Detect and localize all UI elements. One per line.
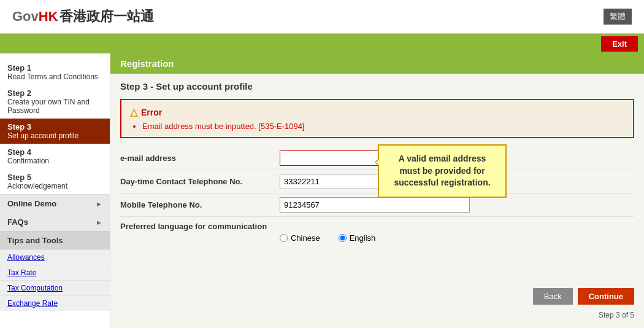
language-label: Preferred language for communication: [120, 222, 280, 231]
error-title-text: Error: [141, 107, 162, 117]
error-box: △ Error Email address must be inputted. …: [120, 99, 634, 138]
sidebar-step2-desc: Create your own TIN and Password: [7, 98, 102, 115]
language-row: Preferred language for communication Chi…: [120, 217, 634, 248]
lang-button[interactable]: 繁體: [604, 9, 632, 25]
content-area: Registration Step 3 - Set up account pro…: [110, 53, 644, 328]
sidebar-step3-title: Step 3: [7, 122, 102, 131]
radio-chinese-label: Chinese: [291, 233, 320, 243]
content-body: Step 3 - Set up account profile △ Error …: [110, 74, 644, 255]
radio-chinese-input[interactable]: [280, 234, 288, 242]
footer-buttons: Back Continue: [110, 282, 644, 311]
mobile-label: Mobile Telephone No.: [120, 200, 280, 209]
sidebar-step3-desc: Set up account profile: [7, 131, 102, 140]
sidebar-step-5[interactable]: Step 5 Acknowledgement: [0, 169, 110, 194]
email-input-container: △ A valid email address must be provided…: [280, 150, 483, 166]
language-options: Chinese English: [120, 233, 634, 243]
sidebar-step4-title: Step 4: [7, 147, 102, 157]
sidebar-step2-title: Step 2: [7, 88, 102, 98]
exit-button[interactable]: Exit: [601, 36, 638, 52]
tooltip-bubble: A valid email address must be provided f…: [378, 144, 507, 198]
back-button[interactable]: Back: [533, 288, 573, 305]
sidebar: Step 1 Read Terms and Conditions Step 2 …: [0, 53, 110, 328]
sidebar-item-allowances[interactable]: Allowances: [0, 249, 110, 265]
sidebar-step5-title: Step 5: [7, 173, 102, 182]
sidebar-tips-title: Tips and Tools: [0, 231, 110, 249]
mobile-row: Mobile Telephone No.: [120, 193, 634, 217]
sidebar-item-online-demo[interactable]: Online Demo ►: [0, 194, 110, 213]
faqs-arrow-icon: ►: [96, 219, 102, 226]
sidebar-item-tax-rate[interactable]: Tax Rate: [0, 265, 110, 280]
sidebar-step4-desc: Confirmation: [7, 157, 102, 165]
logo-chinese-text: 香港政府一站通: [59, 7, 154, 26]
radio-chinese[interactable]: Chinese: [280, 233, 320, 243]
logo-hk-text: HK: [39, 9, 58, 25]
logo-gov-text: Gov: [12, 9, 39, 25]
email-label: e-mail address: [120, 154, 280, 163]
radio-english[interactable]: English: [339, 233, 376, 243]
sidebar-step-2[interactable]: Step 2 Create your own TIN and Password: [0, 85, 110, 119]
sidebar-step5-desc: Acknowledgement: [7, 182, 102, 190]
header: GovHK香港政府一站通 繁體: [0, 0, 644, 34]
daytime-row: Day-time Contact Telephone No.: [120, 170, 634, 193]
logo: GovHK香港政府一站通: [12, 7, 154, 26]
sidebar-step-3[interactable]: Step 3 Set up account profile: [0, 119, 110, 144]
error-message-1: Email address must be inputted. [535-E-1…: [142, 122, 624, 131]
sidebar-step1-desc: Read Terms and Conditions: [7, 72, 102, 81]
online-demo-arrow-icon: ►: [96, 200, 102, 208]
page-title: Step 3 - Set up account profile: [120, 81, 634, 92]
continue-button[interactable]: Continue: [578, 288, 634, 305]
warning-triangle-icon: △: [130, 106, 137, 118]
sidebar-step1-title: Step 1: [7, 63, 102, 72]
daytime-label: Day-time Contact Telephone No.: [120, 177, 280, 186]
sidebar-item-tax-computation[interactable]: Tax Computation: [0, 280, 110, 295]
radio-english-input[interactable]: [339, 234, 347, 242]
main-layout: Step 1 Read Terms and Conditions Step 2 …: [0, 53, 644, 328]
faqs-label: FAQs: [7, 217, 28, 227]
online-demo-label: Online Demo: [7, 199, 56, 208]
email-row: e-mail address △ A valid email address m…: [120, 147, 634, 170]
nav-bar: Exit: [0, 34, 644, 53]
sidebar-step-1[interactable]: Step 1 Read Terms and Conditions: [0, 60, 110, 85]
content-header: Registration: [110, 53, 644, 74]
mobile-input[interactable]: [280, 197, 470, 213]
step-indicator: Step 3 of 5: [110, 311, 644, 322]
sidebar-item-faqs[interactable]: FAQs ►: [0, 213, 110, 231]
radio-english-label: English: [350, 233, 376, 243]
sidebar-item-exchange-rate[interactable]: Exchange Rate: [0, 295, 110, 311]
sidebar-step-4[interactable]: Step 4 Confirmation: [0, 144, 110, 169]
error-title: △ Error: [130, 106, 624, 118]
error-list: Email address must be inputted. [535-E-1…: [130, 122, 624, 131]
